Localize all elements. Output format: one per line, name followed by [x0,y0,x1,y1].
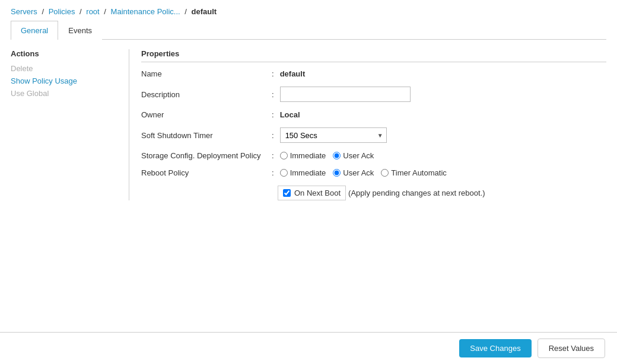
sidebar-title: Actions [11,49,119,58]
breadcrumb-current: default [192,7,217,16]
reboot-userack-label: User Ack [343,168,374,177]
reboot-policy-radio-group: Immediate User Ack Timer Automatic [280,168,606,177]
sidebar-item-delete: Delete [11,64,119,73]
sidebar: Actions Delete Show Policy Usage Use Glo… [11,49,129,200]
reboot-policy-label: Reboot Policy [141,168,272,177]
owner-value: Local [280,110,606,119]
storage-config-immediate-label: Immediate [290,151,326,160]
tab-events[interactable]: Events [58,21,102,40]
breadcrumb-root[interactable]: root [86,7,99,16]
tab-general[interactable]: General [11,21,58,40]
reboot-policy-value: Immediate User Ack Timer Automatic [280,168,606,177]
on-next-boot-label: On Next Boot [294,189,341,197]
storage-config-value: Immediate User Ack [280,151,606,160]
name-label: Name [141,69,272,78]
soft-shutdown-select[interactable]: 150 Secs 300 Secs 600 Secs Never [280,127,387,143]
apply-pending-text: (Apply pending changes at next reboot.) [348,189,485,197]
breadcrumb-policies[interactable]: Policies [49,7,75,16]
owner-row: Owner : Local [141,110,606,119]
soft-shutdown-select-wrapper: 150 Secs 300 Secs 600 Secs Never ▼ [280,127,387,143]
storage-config-label: Storage Config. Deployment Policy [141,151,272,160]
on-next-boot-checkbox[interactable] [283,189,291,197]
reboot-policy-row: Reboot Policy : Immediate User Ack Timer… [141,168,606,177]
content-area: Actions Delete Show Policy Usage Use Glo… [0,40,617,210]
properties-title: Properties [141,49,606,62]
footer: Save Changes Reset Values [0,332,617,364]
tab-bar: General Events [11,21,606,40]
reboot-userack-radio[interactable] [333,169,341,177]
name-value: default [280,69,606,78]
sidebar-item-show-policy-usage[interactable]: Show Policy Usage [11,76,119,85]
storage-config-radio-group: Immediate User Ack [280,151,606,160]
storage-config-userack-radio[interactable] [333,152,341,159]
reboot-immediate-option[interactable]: Immediate [280,168,326,177]
on-next-boot-row: On Next Boot (Apply pending changes at n… [278,186,606,200]
storage-config-userack-label: User Ack [343,151,374,160]
description-label: Description [141,90,272,99]
properties-panel: Properties Name : default Description : … [141,49,606,200]
name-row: Name : default [141,69,606,78]
breadcrumb-maintenance[interactable]: Maintenance Polic... [111,7,180,16]
reboot-timer-label: Timer Automatic [391,168,446,177]
description-value[interactable] [280,87,606,102]
description-input[interactable] [280,87,411,102]
sidebar-item-use-global: Use Global [11,89,119,98]
reboot-immediate-label: Immediate [290,168,326,177]
soft-shutdown-row: Soft Shutdown Timer : 150 Secs 300 Secs … [141,127,606,143]
storage-config-immediate-radio[interactable] [280,152,288,159]
breadcrumb: Servers / Policies / root / Maintenance … [0,0,617,21]
storage-config-row: Storage Config. Deployment Policy : Imme… [141,151,606,160]
soft-shutdown-label: Soft Shutdown Timer [141,131,272,140]
reboot-userack-option[interactable]: User Ack [333,168,374,177]
owner-label: Owner [141,110,272,119]
reboot-timer-radio[interactable] [381,169,389,177]
description-row: Description : [141,87,606,102]
reboot-immediate-radio[interactable] [280,169,288,177]
on-next-boot-container[interactable]: On Next Boot [278,186,346,200]
reboot-timer-option[interactable]: Timer Automatic [381,168,446,177]
breadcrumb-servers[interactable]: Servers [11,7,37,16]
storage-config-userack-option[interactable]: User Ack [333,151,374,160]
soft-shutdown-value[interactable]: 150 Secs 300 Secs 600 Secs Never ▼ [280,127,606,143]
save-changes-button[interactable]: Save Changes [459,339,531,357]
reset-values-button[interactable]: Reset Values [538,339,605,358]
storage-config-immediate-option[interactable]: Immediate [280,151,326,160]
